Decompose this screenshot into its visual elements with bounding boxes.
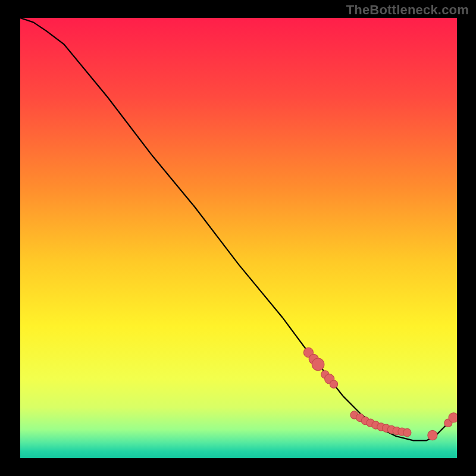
gradient-background <box>20 18 457 458</box>
chart-svg <box>20 18 457 458</box>
scatter-dot <box>428 430 437 440</box>
plot-area <box>20 18 457 458</box>
watermark-text: TheBottleneck.com <box>346 2 469 18</box>
scatter-dot <box>312 358 324 371</box>
scatter-dot <box>330 380 337 388</box>
chart-frame: TheBottleneck.com <box>0 0 476 476</box>
scatter-dot <box>403 428 411 436</box>
scatter-dot <box>449 413 457 422</box>
